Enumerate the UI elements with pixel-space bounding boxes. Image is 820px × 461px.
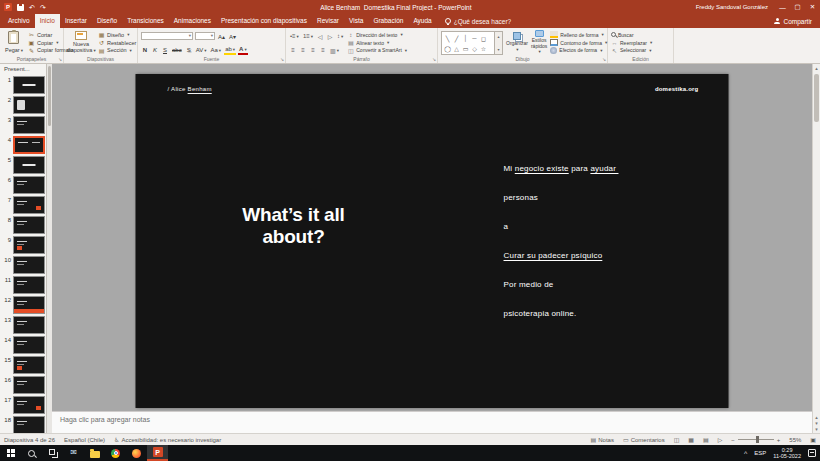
shape-fill-button[interactable]: Relleno de forma (550, 31, 607, 39)
chrome-app-button[interactable] (105, 445, 126, 461)
tab-transiciones[interactable]: Transiciones (122, 14, 169, 28)
shapes-gallery[interactable]: ╲╱│─◻◯△▭◇☆ (441, 31, 495, 55)
shape-glyph[interactable]: ─ (470, 33, 479, 43)
font-color-button[interactable]: A (238, 46, 248, 55)
tab-inicio[interactable]: Inicio (35, 14, 60, 28)
slide-thumbnail-2[interactable]: 2 (2, 96, 46, 114)
shapes-gallery-scroll[interactable]: ▴ ▾ (495, 31, 503, 55)
thumbnail-preview[interactable] (13, 376, 45, 394)
share-button[interactable]: Compartir (766, 18, 820, 25)
thumbnail-preview[interactable] (13, 96, 45, 114)
change-case-button[interactable]: Aa (210, 46, 223, 55)
minimize-button[interactable]: — (775, 0, 790, 14)
thumbnail-preview[interactable] (13, 76, 45, 94)
reset-slide-button[interactable]: ↺Restablecer (98, 39, 136, 47)
drawing-dialog-launcher[interactable] (602, 58, 606, 63)
numbering-button[interactable]: 1≡ (302, 32, 314, 41)
thumbnail-preview[interactable] (13, 416, 45, 433)
reading-view-button[interactable]: ▤ (703, 436, 709, 443)
italic-button[interactable]: K (151, 46, 159, 55)
shape-glyph[interactable]: │ (461, 33, 470, 43)
zoom-out-button[interactable]: − (731, 437, 735, 443)
notes-pane[interactable]: Haga clic para agregar notas (52, 411, 812, 433)
paste-button[interactable]: Pegar (3, 30, 25, 55)
bold-button[interactable]: N (141, 46, 149, 55)
gallery-down-icon[interactable]: ▾ (497, 47, 499, 52)
thumbnail-preview[interactable] (13, 316, 45, 334)
align-right-button[interactable]: ≡ (309, 46, 317, 55)
tab-animaciones[interactable]: Animaciones (169, 14, 216, 28)
slide-counter[interactable]: Diapositiva 4 de 26 (4, 437, 55, 443)
slide-thumbnail-6[interactable]: 6 (2, 176, 46, 194)
paragraph-dialog-launcher[interactable] (432, 58, 436, 63)
powerpoint-app-button[interactable]: P (147, 445, 168, 461)
slide-thumbnail-3[interactable]: 3 (2, 116, 46, 134)
input-language-indicator[interactable]: ESP (754, 450, 766, 456)
file-explorer-button[interactable] (84, 445, 105, 461)
decrease-indent-button[interactable]: ◁ (316, 32, 324, 41)
tab-revisar[interactable]: Revisar (312, 14, 344, 28)
slide-thumbnail-8[interactable]: 8 (2, 216, 46, 234)
replace-button[interactable]: ↔Reemplazar (611, 39, 652, 47)
align-text-button[interactable]: ▤Alinear texto (347, 39, 407, 47)
increase-indent-button[interactable]: ▷ (326, 32, 334, 41)
thumbnail-preview[interactable] (13, 196, 45, 214)
tab-grabaci-n[interactable]: Grabación (368, 14, 408, 28)
close-button[interactable]: ✕ (805, 0, 820, 14)
font-size-select[interactable] (195, 32, 215, 40)
thumbnail-preview[interactable] (13, 396, 45, 414)
font-name-select[interactable] (141, 32, 193, 40)
scrollbar-thumb[interactable] (814, 74, 819, 122)
scroll-down-icon[interactable]: ▾ (815, 426, 818, 432)
language-status[interactable]: Español (Chile) (64, 437, 105, 443)
line-spacing-button[interactable]: ↕ (336, 32, 344, 41)
slide-canvas[interactable]: / Alice Benham domestika.org What’s it a… (52, 64, 812, 411)
thumbnail-preview[interactable] (13, 156, 45, 174)
slide[interactable]: / Alice Benham domestika.org What’s it a… (136, 74, 729, 408)
thumbnail-preview[interactable] (13, 336, 45, 354)
shape-effects-button[interactable]: Efectos de forma (550, 46, 607, 54)
firefox-app-button[interactable] (126, 445, 147, 461)
shape-glyph[interactable]: ╲ (443, 33, 452, 43)
thumbnail-preview[interactable] (13, 236, 45, 254)
columns-button[interactable]: ▥ (329, 46, 340, 55)
character-spacing-button[interactable]: AV (195, 46, 208, 55)
slide-thumbnail-15[interactable]: 15 (2, 356, 46, 374)
highlight-color-button[interactable]: ab (224, 46, 236, 55)
zoom-in-button[interactable]: + (777, 437, 781, 443)
slide-thumbnail-1[interactable]: 1 (2, 76, 46, 94)
zoom-slider[interactable] (738, 439, 774, 440)
thumbnail-preview[interactable] (13, 356, 45, 374)
gallery-up-icon[interactable]: ▴ (497, 34, 499, 39)
thumbnail-preview[interactable] (13, 296, 45, 314)
scroll-up-icon[interactable]: ▴ (815, 65, 818, 71)
arrange-button[interactable]: Organizar (506, 30, 528, 55)
thumbnail-preview[interactable] (13, 136, 45, 154)
tab-presentaci-n-con-diapositivas[interactable]: Presentación con diapositivas (216, 14, 312, 28)
convert-smartart-button[interactable]: ◫Convertir a SmartArt (347, 46, 407, 54)
fit-to-window-button[interactable]: ▣ (810, 436, 816, 443)
shape-glyph[interactable]: ◯ (443, 43, 452, 53)
comments-toggle-button[interactable]: ▭ Comentarios (623, 436, 665, 443)
slide-thumbnail-14[interactable]: 14 (2, 336, 46, 354)
shape-glyph[interactable]: ▭ (461, 43, 470, 53)
align-left-button[interactable]: ≡ (289, 46, 297, 55)
slide-thumbnail-11[interactable]: 11 (2, 276, 46, 294)
slide-sorter-view-button[interactable]: ▦ (688, 436, 694, 443)
shape-glyph[interactable]: ◇ (470, 43, 479, 53)
mail-app-button[interactable]: ✉ (63, 445, 84, 461)
underline-button[interactable]: S (161, 46, 169, 55)
accessibility-status[interactable]: ♿ Accesibilidad: es necesario investigar (114, 436, 221, 443)
tab-vista[interactable]: Vista (344, 14, 368, 28)
slide-thumbnail-13[interactable]: 13 (2, 316, 46, 334)
shape-glyph[interactable]: ╱ (452, 33, 461, 43)
thumbnail-preview[interactable] (13, 256, 45, 274)
slideshow-view-button[interactable]: ▷ (718, 436, 723, 443)
font-dialog-launcher[interactable] (280, 58, 284, 63)
account-name[interactable]: Freddy Sandoval González (696, 4, 768, 10)
select-button[interactable]: ↖Seleccionar (611, 46, 652, 54)
notes-toggle-button[interactable]: ▤ Notas (591, 436, 614, 443)
tab-archivo[interactable]: Archivo (3, 14, 35, 28)
main-scrollbar[interactable]: ▴ ▴ ▾ ▾ (812, 64, 820, 433)
redo-icon[interactable]: ↷ (40, 4, 46, 11)
